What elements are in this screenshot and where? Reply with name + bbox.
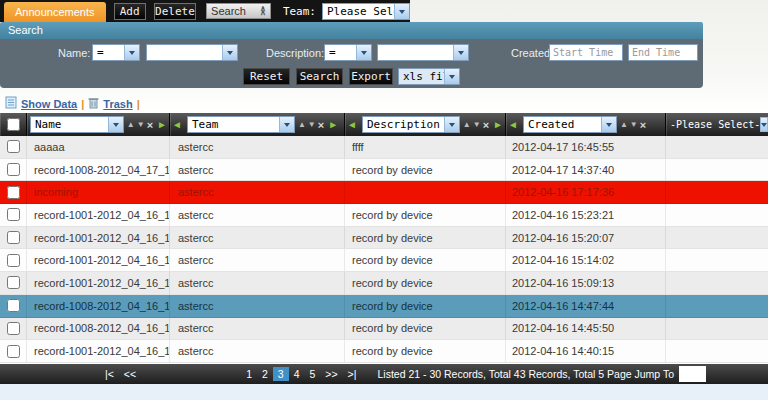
description-operator-select[interactable]: = <box>324 44 372 61</box>
name-operator-select[interactable]: = <box>92 44 140 61</box>
move-column-left-icon[interactable]: ◄ <box>347 119 357 130</box>
cell-extra <box>666 204 768 226</box>
column-header-description: ◄ Description ▲ ▼ × ► <box>345 113 506 136</box>
name-value-select[interactable] <box>146 44 238 61</box>
sort-desc-icon[interactable]: ▼ <box>473 120 481 129</box>
sort-asc-icon[interactable]: ▲ <box>463 120 471 129</box>
page-number-button[interactable]: 4 <box>289 367 305 381</box>
delete-button[interactable]: Delete <box>154 3 196 20</box>
row-checkbox[interactable] <box>7 299 20 312</box>
row-checkbox-cell <box>0 318 27 340</box>
page-number-button[interactable]: 5 <box>305 367 321 381</box>
row-checkbox-cell <box>0 272 27 294</box>
add-button[interactable]: Add <box>114 3 146 20</box>
chevron-down-icon <box>108 117 123 132</box>
row-checkbox[interactable] <box>7 186 20 199</box>
sort-asc-icon[interactable]: ▲ <box>620 120 628 129</box>
chevron-down-icon <box>601 117 616 132</box>
search-button[interactable]: Search <box>296 68 343 85</box>
name-column-select[interactable]: Name <box>30 116 124 133</box>
reset-button[interactable]: Reset <box>243 68 290 85</box>
row-checkbox[interactable] <box>7 254 20 267</box>
cell-extra <box>666 249 768 271</box>
link-separator: | <box>81 98 84 110</box>
row-checkbox[interactable] <box>7 163 20 176</box>
table-row[interactable]: record-1001-2012_04_16_15_08-1 astercc r… <box>0 272 768 295</box>
created-filter-label: Created: <box>511 47 553 59</box>
cell-name: record-1001-2012_04_16_15_13-0 <box>27 249 170 271</box>
page-number-button[interactable]: 3 <box>273 367 289 381</box>
team-column-label: Team <box>188 118 279 131</box>
cell-extra <box>666 295 768 317</box>
row-checkbox-cell <box>0 249 27 271</box>
first-page-button[interactable]: |< <box>100 367 119 381</box>
table-body: aaaaa astercc ffff 2012-04-17 16:45:55 r… <box>0 136 768 363</box>
sort-clear-icon[interactable]: × <box>147 120 153 130</box>
select-all-cell <box>0 113 27 136</box>
trash-link[interactable]: Trash <box>103 98 132 110</box>
created-end-input[interactable] <box>628 44 698 61</box>
export-button[interactable]: Export <box>349 68 393 85</box>
name-filter-label: Name: <box>58 47 90 59</box>
table-row[interactable]: incoming astercc 2012-04-16 17:17:36 <box>0 181 768 204</box>
row-checkbox[interactable] <box>7 276 20 289</box>
table-row[interactable]: record-1001-2012_04_16_15_22-0 astercc r… <box>0 204 768 227</box>
cell-name: record-1001-2012_04_16_15_22-0 <box>27 204 170 226</box>
row-checkbox[interactable] <box>7 322 20 335</box>
table-row[interactable]: record-1008-2012_04_17_14_37-0 astercc r… <box>0 159 768 182</box>
table-row[interactable]: record-1008-2012_04_16_14_47-0 astercc r… <box>0 295 768 318</box>
show-data-link[interactable]: Show Data <box>21 98 77 110</box>
sort-desc-icon[interactable]: ▼ <box>137 120 145 129</box>
cell-created: 2012-04-16 15:14:02 <box>506 249 666 271</box>
sort-desc-icon[interactable]: ▼ <box>308 120 316 129</box>
table-row[interactable]: record-1008-2012_04_16_14_42-0 astercc r… <box>0 318 768 341</box>
description-value-select[interactable] <box>377 44 469 61</box>
table-row[interactable]: record-1001-2012_04_16_15_13-0 astercc r… <box>0 249 768 272</box>
description-column-select[interactable]: Description <box>362 116 460 133</box>
team-column-select[interactable]: Team <box>187 116 295 133</box>
move-column-left-icon[interactable]: ◄ <box>172 119 182 130</box>
move-column-right-icon[interactable]: ► <box>493 119 503 130</box>
table-row[interactable]: record-1001-2012_04_16_14_39-0 astercc r… <box>0 340 768 363</box>
row-checkbox[interactable] <box>7 345 20 358</box>
team-select[interactable]: Please Select <box>322 3 410 20</box>
row-checkbox[interactable] <box>7 231 20 244</box>
next-page-button[interactable]: >> <box>320 367 342 381</box>
records-summary: Listed 21 - 30 Records, Total 43 Records… <box>377 368 674 380</box>
export-format-select[interactable]: xls file <box>398 68 460 85</box>
tab-announcements[interactable]: Announcements <box>4 2 106 22</box>
sort-clear-icon[interactable]: × <box>318 120 324 130</box>
row-checkbox[interactable] <box>7 140 20 153</box>
created-column-select[interactable]: Created <box>523 116 617 133</box>
sort-asc-icon[interactable]: ▲ <box>127 120 135 129</box>
trash-icon <box>88 96 99 111</box>
table-header: Name ▲ ▼ × ► ◄ Team ▲ ▼ × ► ◄ Descriptio… <box>0 113 768 136</box>
jump-to-page-input[interactable] <box>679 366 706 382</box>
page-number-button[interactable]: 2 <box>257 367 273 381</box>
last-page-button[interactable]: >| <box>343 367 362 381</box>
pagination-bar: |< << 12345 >> >| Listed 21 - 30 Records… <box>0 364 768 384</box>
add-column-select[interactable]: -Please Select- <box>670 116 766 133</box>
cell-created: 2012-04-16 14:40:15 <box>506 340 666 362</box>
cell-name: record-1008-2012_04_16_14_42-0 <box>27 318 170 340</box>
prev-page-button[interactable]: << <box>119 367 141 381</box>
table-row[interactable]: aaaaa astercc ffff 2012-04-17 16:45:55 <box>0 136 768 159</box>
document-icon <box>5 96 17 111</box>
name-operator-value: = <box>93 46 124 59</box>
collapse-icon: ∧∧ <box>260 7 266 15</box>
sort-asc-icon[interactable]: ▲ <box>298 120 306 129</box>
select-all-checkbox[interactable] <box>7 118 20 131</box>
move-column-right-icon[interactable]: ► <box>328 119 338 130</box>
sort-clear-icon[interactable]: × <box>483 120 489 130</box>
name-column-label: Name <box>31 118 108 131</box>
move-column-right-icon[interactable]: ► <box>157 119 167 130</box>
search-collapse-toggle[interactable]: Search ∧∧ <box>206 3 271 19</box>
row-checkbox[interactable] <box>7 208 20 221</box>
sort-clear-icon[interactable]: × <box>640 120 646 130</box>
cell-created: 2012-04-16 14:47:44 <box>506 295 666 317</box>
table-row[interactable]: record-1001-2012_04_16_15_19-0 astercc r… <box>0 227 768 250</box>
sort-desc-icon[interactable]: ▼ <box>630 120 638 129</box>
page-number-button[interactable]: 1 <box>241 367 257 381</box>
created-start-input[interactable] <box>549 44 623 61</box>
move-column-left-icon[interactable]: ◄ <box>508 119 518 130</box>
